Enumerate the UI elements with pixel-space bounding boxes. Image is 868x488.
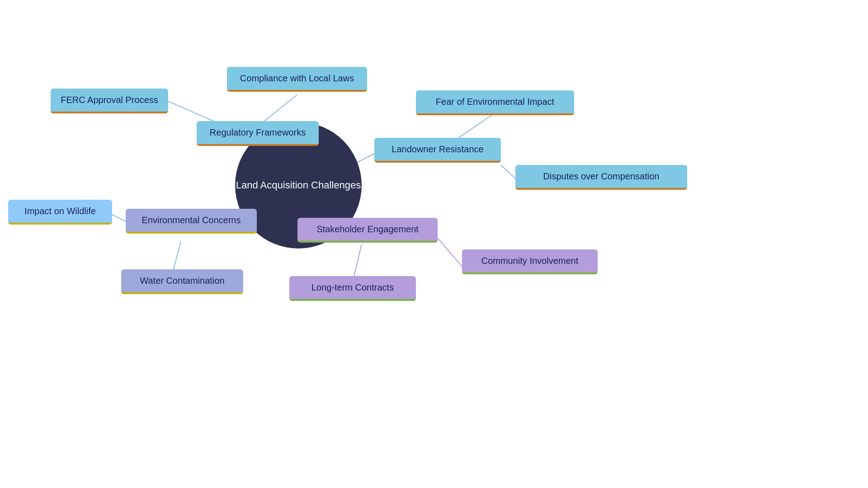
disputes-label: Disputes over Compensation: [543, 171, 660, 182]
fear-label: Fear of Environmental Impact: [436, 97, 554, 107]
landowner-label: Landowner Resistance: [392, 144, 483, 155]
node-fear[interactable]: Fear of Environmental Impact: [416, 90, 574, 115]
community-label: Community Involvement: [481, 256, 579, 266]
node-regulatory[interactable]: Regulatory Frameworks: [197, 121, 319, 146]
node-community[interactable]: Community Involvement: [462, 249, 598, 274]
svg-line-7: [112, 215, 126, 221]
water-label: Water Contamination: [140, 276, 224, 286]
node-stakeholder[interactable]: Stakeholder Engagement: [297, 218, 438, 243]
contracts-label: Long-term Contracts: [311, 282, 394, 293]
node-disputes[interactable]: Disputes over Compensation: [515, 165, 687, 190]
center-label: Land Acquisition Challenges: [236, 179, 361, 191]
environmental-label: Environmental Concerns: [142, 215, 241, 225]
wildlife-label: Impact on Wildlife: [24, 206, 96, 216]
node-landowner[interactable]: Landowner Resistance: [374, 138, 501, 163]
node-compliance[interactable]: Compliance with Local Laws: [227, 67, 367, 92]
node-contracts[interactable]: Long-term Contracts: [289, 276, 416, 301]
ferc-label: FERC Approval Process: [61, 95, 158, 105]
svg-line-5: [501, 165, 515, 178]
node-environmental[interactable]: Environmental Concerns: [126, 209, 257, 234]
compliance-label: Compliance with Local Laws: [240, 73, 354, 84]
node-water[interactable]: Water Contamination: [121, 269, 243, 294]
stakeholder-label: Stakeholder Engagement: [316, 224, 419, 235]
regulatory-label: Regulatory Frameworks: [210, 127, 306, 138]
svg-line-10: [438, 238, 462, 267]
node-wildlife[interactable]: Impact on Wildlife: [8, 200, 112, 225]
node-ferc[interactable]: FERC Approval Process: [51, 89, 168, 113]
